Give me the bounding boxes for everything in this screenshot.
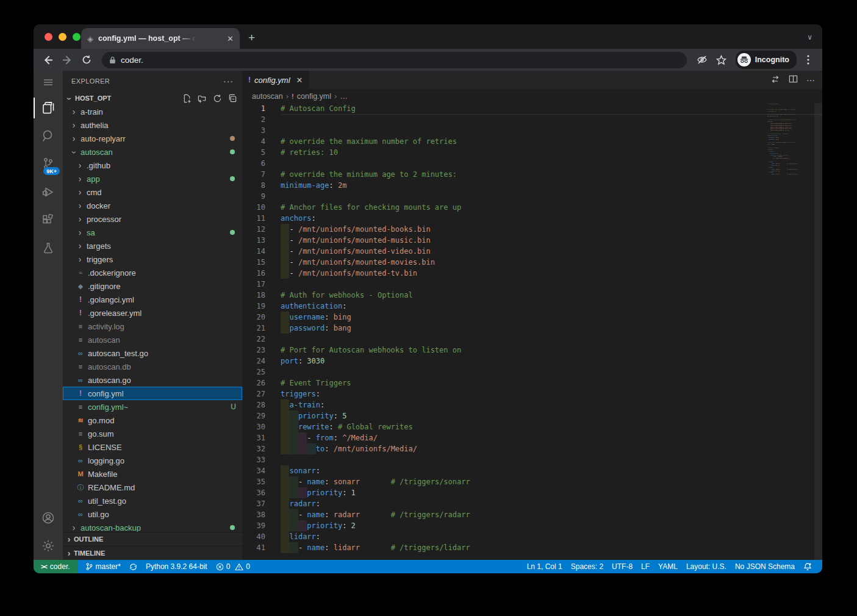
code-line[interactable]: 1# Autoscan Config [242, 103, 822, 114]
code-line[interactable]: 22 [242, 334, 822, 345]
code-line[interactable]: 10# Anchor files for checking mounts are… [242, 202, 822, 213]
notifications-bell[interactable] [799, 562, 816, 571]
tree-item-.github[interactable]: ›.github [63, 159, 242, 172]
indentation-setting[interactable]: Spaces: 2 [567, 562, 608, 571]
code-line[interactable]: 12 - /mnt/unionfs/mounted-books.bin [242, 224, 822, 235]
code-line[interactable]: 35 - name: sonarr # /triggers/sonarr [242, 476, 822, 487]
code-line[interactable]: 16 - /mnt/unionfs/mounted-tv.bin [242, 268, 822, 279]
collapse-all-icon[interactable] [228, 94, 237, 103]
code-line[interactable]: 29 priority: 5 [242, 410, 822, 421]
refresh-icon[interactable] [213, 94, 222, 103]
editor-scrollbar[interactable] [814, 103, 822, 560]
close-tab-icon[interactable]: ✕ [296, 76, 303, 85]
code-line[interactable]: 33 [242, 454, 822, 465]
workspace-root-header[interactable]: › HOST_OPT [63, 91, 242, 105]
editor-more-actions-icon[interactable]: ··· [806, 75, 815, 85]
code-line[interactable]: 6 [242, 158, 822, 169]
tree-item-autoscan.go[interactable]: ∞autoscan.go [63, 373, 242, 387]
code-line[interactable]: 8minimum-age: 2m [242, 180, 822, 191]
run-debug-icon[interactable] [34, 178, 63, 206]
tree-item-authelia[interactable]: ›authelia [63, 118, 242, 132]
close-window-button[interactable] [45, 33, 52, 41]
tree-item-targets[interactable]: ›targets [63, 239, 242, 252]
accounts-icon[interactable] [34, 504, 63, 532]
code-line[interactable]: 5# retries: 10 [242, 147, 822, 158]
tree-item-auto-replyarr[interactable]: ›auto-replyarr [63, 132, 242, 145]
tree-item-util.go[interactable]: ∞util.go [63, 507, 242, 521]
breadcrumb-folder[interactable]: autoscan [252, 92, 283, 101]
code-line[interactable]: 7# override the minimum age to 2 minutes… [242, 169, 822, 180]
new-tab-button[interactable]: + [248, 31, 255, 45]
code-line[interactable]: 40 lidarr: [242, 531, 822, 542]
keyboard-layout[interactable]: Layout: U.S. [682, 562, 731, 571]
tab-close-icon[interactable]: ✕ [227, 34, 234, 43]
code-line[interactable]: 30 rewrite: # Global rewrites [242, 421, 822, 432]
tree-item-autoscan.db[interactable]: ≡autoscan.db [63, 360, 242, 373]
testing-beaker-icon[interactable] [34, 234, 63, 262]
open-changes-icon[interactable] [770, 74, 780, 86]
explorer-icon[interactable] [34, 94, 63, 122]
tree-item-util_test.go[interactable]: ∞util_test.go [63, 494, 242, 507]
tree-item-autoscan[interactable]: ›autoscan [63, 145, 242, 159]
settings-gear-icon[interactable] [34, 532, 63, 560]
cursor-position[interactable]: Ln 1, Col 1 [523, 562, 567, 571]
code-line[interactable]: 2 [242, 114, 822, 125]
encoding-setting[interactable]: UTF-8 [608, 562, 637, 571]
forward-button[interactable] [59, 52, 75, 68]
tree-item-autoscan_test.go[interactable]: ∞autoscan_test.go [63, 346, 242, 360]
browser-menu-icon[interactable] [800, 52, 816, 68]
search-icon[interactable] [34, 122, 63, 150]
code-line[interactable]: 11anchors: [242, 213, 822, 224]
code-line[interactable]: 3 [242, 125, 822, 136]
tree-item-.golangci.yml[interactable]: !.golangci.yml [63, 293, 242, 306]
code-line[interactable]: 19authentication: [242, 301, 822, 312]
tree-item-a-train[interactable]: ›a-train [63, 105, 242, 118]
tree-item-sa[interactable]: ›sa [63, 226, 242, 239]
extensions-icon[interactable] [34, 206, 63, 234]
code-line[interactable]: 28 a-train: [242, 399, 822, 410]
code-line[interactable]: 9 [242, 191, 822, 202]
code-line[interactable]: 4# override the maximum number of retrie… [242, 136, 822, 147]
json-schema-indicator[interactable]: No JSON Schema [731, 562, 799, 571]
tree-item-Makefile[interactable]: MMakefile [63, 467, 242, 481]
tree-item-go.mod[interactable]: ≋go.mod [63, 414, 242, 427]
code-line[interactable]: 38 - name: radarr # /triggers/radarr [242, 509, 822, 520]
new-folder-icon[interactable] [198, 94, 207, 103]
code-line[interactable]: 41 - name: lidarr # /triggers/lidarr [242, 542, 822, 553]
breadcrumb-file[interactable]: config.yml [297, 92, 331, 101]
back-button[interactable] [40, 52, 56, 68]
reload-button[interactable] [79, 52, 95, 68]
minimize-window-button[interactable] [59, 33, 66, 41]
split-editor-icon[interactable] [789, 74, 798, 85]
code-line[interactable]: 39 priority: 2 [242, 520, 822, 531]
incognito-badge[interactable]: Incognito [736, 51, 797, 69]
problems-indicator[interactable]: 0 0 [212, 562, 254, 571]
tree-item-README.md[interactable]: ⓘREADME.md [63, 481, 242, 494]
code-line[interactable]: 26# Event Triggers [242, 378, 822, 389]
code-line[interactable]: 25 [242, 367, 822, 378]
code-line[interactable]: 37 radarr: [242, 498, 822, 509]
code-line[interactable]: 31 - from: ^/Media/ [242, 432, 822, 443]
tree-item-triggers[interactable]: ›triggers [63, 252, 242, 266]
eol-setting[interactable]: LF [637, 562, 654, 571]
editor-tab-config-yml[interactable]: ! config.yml ✕ [242, 71, 309, 89]
code-line[interactable]: 23# Port for Autoscan webhooks to listen… [242, 345, 822, 356]
tab-search-chevron-icon[interactable]: ∨ [807, 33, 812, 41]
language-mode[interactable]: YAML [654, 562, 682, 571]
bookmark-star-icon[interactable] [714, 52, 730, 68]
tree-item-cmd[interactable]: ›cmd [63, 185, 242, 199]
tree-item-logging.go[interactable]: ∞logging.go [63, 454, 242, 467]
tree-item-config.yml~[interactable]: ≡config.yml~U [63, 400, 242, 414]
address-bar[interactable]: coder. [102, 52, 687, 68]
tree-item-.dockerignore[interactable]: ≈.dockerignore [63, 266, 242, 279]
code-line[interactable]: 21 password: bang [242, 323, 822, 334]
tree-item-config.yml[interactable]: !config.yml [63, 387, 242, 400]
code-line[interactable]: 13 - /mnt/unionfs/mounted-music.bin [242, 235, 822, 246]
tree-item-go.sum[interactable]: ≡go.sum [63, 427, 242, 440]
tree-item-docker[interactable]: ›docker [63, 199, 242, 212]
code-line[interactable]: 15 - /mnt/unionfs/mounted-movies.bin [242, 257, 822, 268]
timeline-panel-header[interactable]: › TIMELINE [63, 546, 242, 560]
password-hidden-icon[interactable] [694, 52, 710, 68]
tree-item-app[interactable]: ›app [63, 172, 242, 185]
tree-item-autoscan-backup[interactable]: ›autoscan-backup [63, 521, 242, 532]
